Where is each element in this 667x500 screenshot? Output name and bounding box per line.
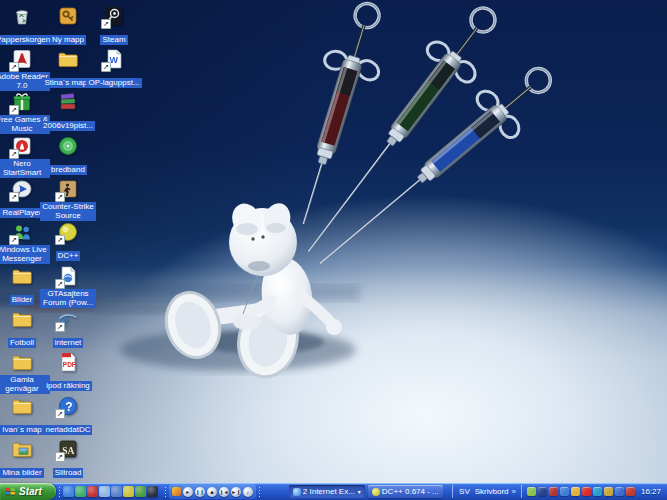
task-button-1[interactable]: 2 Internet Ex...▾	[289, 485, 365, 498]
shortcut-arrow-icon: ↗	[9, 149, 19, 159]
taskbar-divider	[452, 485, 453, 498]
taskbar: Start ►❙❙■❙◄►❙♪ 2 Internet Ex...▾DC++ 0.…	[0, 483, 667, 500]
svg-text:?: ?	[65, 400, 72, 414]
taskbar-clock: 16:27	[637, 487, 667, 496]
shortcut-arrow-icon: ↗	[55, 452, 65, 462]
messenger-tray-icon[interactable]	[527, 487, 536, 496]
red-bolt-tray-icon[interactable]	[582, 487, 591, 496]
desktop-icon-sillroad[interactable]: SA↗Sillroad	[40, 437, 96, 479]
desktop-icon-2006v19pist[interactable]: 2006v19pist...	[40, 90, 96, 132]
folder-icon	[9, 394, 35, 418]
desktop-icon-label: Sillroad	[53, 468, 84, 478]
yellow-app-tray-icon[interactable]	[604, 487, 613, 496]
wmp-stop-button[interactable]: ■	[207, 487, 217, 497]
adobe-icon: ↗	[9, 47, 35, 71]
desktop-icon-label: nerladdatDC	[44, 425, 93, 435]
media-player-icon	[172, 487, 181, 496]
desktop-icon-counter-strike-source[interactable]: ↗Counter-Strike Source	[40, 177, 96, 222]
shortcut-arrow-icon: ↗	[55, 279, 65, 289]
desktop-icon-nerladdatdc[interactable]: ?↗nerladdatDC	[40, 394, 96, 436]
shortcut-arrow-icon: ↗	[101, 62, 111, 72]
red-black-tray-icon[interactable]	[549, 487, 558, 496]
ie-doc-icon: ↗	[55, 264, 81, 288]
shortcut-arrow-icon: ↗	[55, 235, 65, 245]
folder-image-icon	[9, 437, 35, 461]
realplayer-quick-icon[interactable]	[87, 486, 98, 497]
quick-launch-grip[interactable]	[58, 486, 61, 498]
desktop-icon-bredband[interactable]: bredband	[40, 134, 96, 176]
desktop-icon-ipod-r-kning[interactable]: PDFipod räkning	[40, 350, 96, 392]
desktop-icon-label: Ivan´s map	[0, 425, 44, 435]
winamp-quick-icon[interactable]	[123, 486, 134, 497]
wmp-mute-button[interactable]: ♪	[243, 487, 253, 497]
shortcut-arrow-icon: ↗	[9, 62, 19, 72]
desktop-icon-steam[interactable]: ↗Steam	[86, 4, 142, 46]
dcpp-task-icon	[372, 488, 380, 496]
media-player-toolbar: ►❙❙■❙◄►❙♪	[169, 484, 256, 499]
word-doc-icon: W↗	[101, 47, 127, 71]
shortcut-arrow-icon: ↗	[101, 19, 111, 29]
folder-icon	[9, 350, 35, 374]
key-app-icon	[55, 4, 81, 28]
group-caret-icon[interactable]: ▾	[358, 488, 361, 495]
taskband-grip[interactable]	[258, 486, 261, 498]
pdf-icon: PDF	[55, 350, 81, 374]
green-app-quick-icon[interactable]	[75, 486, 86, 497]
quick-launch-bar	[63, 486, 158, 497]
dark-app-quick-icon[interactable]	[147, 486, 158, 497]
red-dot-tray-icon[interactable]	[626, 487, 635, 496]
desktop-toolbar-label: Skrivbord	[475, 487, 509, 496]
display-tray-icon[interactable]	[560, 487, 569, 496]
dark-blue-tray-icon[interactable]	[538, 487, 547, 496]
colorful-tray-icon[interactable]	[571, 487, 580, 496]
task-button-label: 2 Internet Ex...	[303, 487, 355, 496]
nero-icon: ↗	[9, 134, 35, 158]
desktop-icon-internet[interactable]: e↗internet	[40, 307, 96, 349]
desktop-icon-label: Bilder	[10, 295, 34, 305]
green-red-quick-icon[interactable]	[135, 486, 146, 497]
shortcut-arrow-icon: ↗	[9, 235, 19, 245]
desktop-icon-dc[interactable]: ↗DC++	[40, 220, 96, 262]
gift-icon: ↗	[9, 90, 35, 114]
language-indicator[interactable]: SV	[456, 487, 473, 496]
task-button-2[interactable]: DC++ 0.674 - ...	[368, 485, 443, 498]
teal-disc-tray-icon[interactable]	[593, 487, 602, 496]
ie-icon: e↗	[55, 307, 81, 331]
desktop-icon-gtasajtens-forum-pow[interactable]: ↗GTAsajtens Forum (Pow...	[40, 264, 96, 309]
wmp-previous-button[interactable]: ❙◄	[219, 487, 229, 497]
desktop-icon-op-laguppst[interactable]: W↗OP-laguppst...	[86, 47, 142, 89]
ie-quick-icon[interactable]	[63, 486, 74, 497]
sa-icon: SA↗	[55, 437, 81, 461]
start-button[interactable]: Start	[0, 483, 56, 500]
shortcut-arrow-icon: ↗	[55, 322, 65, 332]
desktop-icon-label: GTAsajtens Forum (Pow...	[40, 289, 96, 308]
desktop-toolbar[interactable]: Skrivbord »	[473, 487, 518, 496]
recycle-bin-icon	[9, 4, 35, 28]
desktop-icon-label: Steam	[100, 35, 127, 45]
chevron-icon[interactable]: »	[512, 487, 516, 496]
cs-source-icon: ↗	[55, 177, 81, 201]
shortcut-arrow-icon: ↗	[9, 105, 19, 115]
task-button-area: 2 Internet Ex...▾DC++ 0.674 - ...	[263, 485, 449, 498]
wmp-pause-button[interactable]: ❙❙	[195, 487, 205, 497]
media-toolbar-grip[interactable]	[164, 486, 167, 498]
desktop-icon-label: 2006v19pist...	[41, 121, 95, 131]
tray-divider	[521, 485, 522, 498]
desktop-icon-label: Counter-Strike Source	[40, 202, 96, 221]
svg-text:PDF: PDF	[63, 361, 76, 368]
desktop-icon-label: OP-laguppst...	[86, 78, 141, 88]
desktop-icon-label: ipod räkning	[44, 381, 92, 391]
wlm-icon: ↗	[9, 220, 35, 244]
desktop-icon-label: DC++	[56, 251, 81, 261]
wmp-play-button[interactable]: ►	[183, 487, 193, 497]
desktop-icon-label: RealPlayer	[0, 208, 43, 218]
shortcut-arrow-icon: ↗	[9, 192, 19, 202]
desktop-icon-label: internet	[53, 338, 84, 348]
blue-swoosh-tray-icon[interactable]	[615, 487, 624, 496]
messenger-quick-icon[interactable]	[111, 486, 122, 497]
question-icon: ?↗	[55, 394, 81, 418]
desktop-icon-label: bredband	[49, 165, 87, 175]
pale-blue-quick-icon[interactable]	[99, 486, 110, 497]
wmp-next-button[interactable]: ►❙	[231, 487, 241, 497]
desktop-icon-label: Ny mapp	[50, 35, 86, 45]
